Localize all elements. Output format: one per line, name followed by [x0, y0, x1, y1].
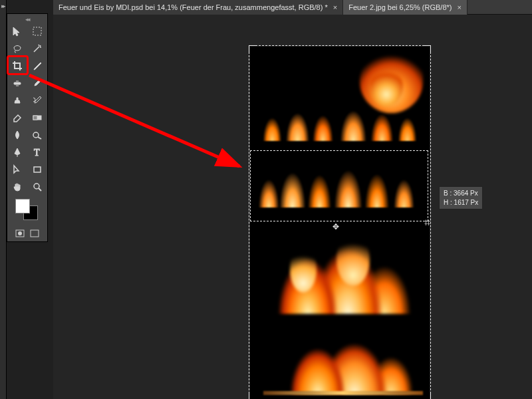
svg-rect-10 — [31, 230, 39, 237]
svg-rect-0 — [33, 27, 41, 35]
marquee-selection[interactable] — [250, 150, 428, 221]
foreground-color-swatch[interactable] — [15, 199, 30, 213]
height-label: H — [444, 199, 448, 206]
document-tab[interactable]: Feuer 2.jpg bei 6,25% (RGB/8*) × — [343, 0, 467, 15]
svg-point-4 — [33, 132, 39, 138]
svg-point-9 — [18, 231, 22, 235]
color-swatches[interactable] — [9, 199, 46, 225]
dodge-tool[interactable] — [28, 127, 47, 143]
zoom-tool[interactable] — [28, 179, 47, 195]
gradient-tool[interactable] — [28, 110, 47, 126]
canvas-area[interactable]: ⌗ ✥ B : 3664 Px H : 1617 Px — [53, 15, 532, 399]
rectangle-tool[interactable] — [28, 162, 47, 178]
tool-grid: T — [9, 23, 46, 195]
crop-tool[interactable] — [8, 58, 27, 74]
chevron-left-icon: ▸▸ — [1, 3, 4, 9]
svg-rect-3 — [33, 116, 37, 120]
dimension-tooltip: B : 3664 Px H : 1617 Px — [439, 186, 483, 209]
path-select-tool[interactable] — [8, 162, 27, 178]
document-tab-label: Feuer und Eis by MDI.psd bei 14,1% (Feue… — [59, 3, 328, 11]
svg-rect-1 — [14, 82, 21, 84]
panel-grip-icon[interactable]: ◂◂ — [9, 17, 46, 22]
svg-rect-6 — [34, 167, 41, 172]
eyedropper-tool[interactable] — [28, 58, 47, 74]
close-icon[interactable]: × — [457, 3, 461, 11]
left-collapse-strip[interactable]: ▸▸ — [0, 0, 7, 399]
lasso-tool[interactable] — [8, 41, 27, 57]
width-label: B — [444, 190, 448, 197]
blur-tool[interactable] — [8, 127, 27, 143]
move-target-icon: ✥ — [332, 222, 339, 231]
svg-text:T: T — [34, 148, 40, 158]
magic-wand-tool[interactable] — [28, 41, 47, 57]
toolbox-panel: ◂◂ T — [7, 13, 48, 242]
screen-mode-icon[interactable] — [29, 228, 41, 239]
document-tab-bar: Feuer und Eis by MDI.psd bei 14,1% (Feue… — [53, 0, 532, 15]
brush-tool[interactable] — [28, 75, 47, 91]
svg-point-7 — [34, 184, 39, 189]
document-tab[interactable]: Feuer und Eis by MDI.psd bei 14,1% (Feue… — [53, 0, 343, 15]
selection-cursor-icon: ⌗ — [424, 217, 430, 228]
history-brush-tool[interactable] — [28, 92, 47, 108]
close-icon[interactable]: × — [333, 3, 337, 11]
height-value: 1617 Px — [454, 199, 479, 206]
hand-tool[interactable] — [8, 179, 27, 195]
width-value: 3664 Px — [454, 190, 478, 197]
marquee-tool[interactable] — [28, 23, 47, 39]
type-tool[interactable]: T — [28, 144, 47, 160]
pen-tool[interactable] — [8, 144, 27, 160]
move-tool[interactable] — [8, 23, 27, 39]
clone-stamp-tool[interactable] — [8, 92, 27, 108]
healing-brush-tool[interactable] — [8, 75, 27, 91]
document-image[interactable] — [250, 47, 430, 399]
quick-mask-icon[interactable] — [14, 228, 26, 239]
eraser-tool[interactable] — [8, 110, 27, 126]
document-tab-label: Feuer 2.jpg bei 6,25% (RGB/8*) — [348, 3, 452, 11]
